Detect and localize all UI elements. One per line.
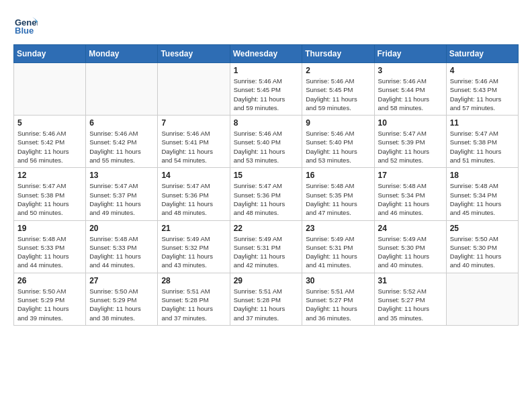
day-info: Sunrise: 5:46 AM Sunset: 5:40 PM Dayligh… bbox=[306, 129, 370, 165]
weekday-header-saturday: Saturday bbox=[446, 45, 518, 63]
day-number: 27 bbox=[89, 276, 154, 285]
calendar-cell bbox=[446, 273, 518, 325]
calendar-week-row: 5Sunrise: 5:46 AM Sunset: 5:42 PM Daylig… bbox=[14, 116, 519, 168]
day-number: 16 bbox=[306, 171, 370, 180]
calendar-cell bbox=[86, 63, 158, 116]
day-number: 25 bbox=[450, 224, 515, 233]
day-info: Sunrise: 5:46 AM Sunset: 5:41 PM Dayligh… bbox=[161, 129, 226, 165]
calendar-cell: 4Sunrise: 5:46 AM Sunset: 5:43 PM Daylig… bbox=[446, 63, 518, 116]
calendar-cell: 24Sunrise: 5:49 AM Sunset: 5:30 PM Dayli… bbox=[374, 220, 446, 273]
day-number: 18 bbox=[450, 171, 515, 180]
calendar-cell bbox=[14, 63, 86, 116]
day-info: Sunrise: 5:51 AM Sunset: 5:28 PM Dayligh… bbox=[234, 287, 299, 322]
day-info: Sunrise: 5:46 AM Sunset: 5:45 PM Dayligh… bbox=[306, 77, 370, 112]
calendar-cell: 18Sunrise: 5:48 AM Sunset: 5:34 PM Dayli… bbox=[446, 168, 518, 220]
day-number: 2 bbox=[306, 66, 370, 75]
calendar-cell: 3Sunrise: 5:46 AM Sunset: 5:44 PM Daylig… bbox=[374, 63, 446, 116]
calendar-cell: 2Sunrise: 5:46 AM Sunset: 5:45 PM Daylig… bbox=[302, 63, 374, 116]
calendar-cell: 29Sunrise: 5:51 AM Sunset: 5:28 PM Dayli… bbox=[230, 273, 302, 325]
weekday-header-monday: Monday bbox=[86, 45, 158, 63]
day-info: Sunrise: 5:47 AM Sunset: 5:36 PM Dayligh… bbox=[234, 181, 299, 217]
calendar-cell: 9Sunrise: 5:46 AM Sunset: 5:40 PM Daylig… bbox=[302, 116, 374, 168]
weekday-header-row: SundayMondayTuesdayWednesdayThursdayFrid… bbox=[14, 45, 519, 63]
day-number: 1 bbox=[234, 66, 299, 75]
weekday-header-thursday: Thursday bbox=[302, 45, 374, 63]
calendar-cell: 14Sunrise: 5:47 AM Sunset: 5:36 PM Dayli… bbox=[158, 168, 230, 220]
day-info: Sunrise: 5:47 AM Sunset: 5:38 PM Dayligh… bbox=[17, 181, 82, 217]
day-number: 5 bbox=[17, 118, 82, 128]
calendar-cell: 17Sunrise: 5:48 AM Sunset: 5:34 PM Dayli… bbox=[374, 168, 446, 220]
calendar-cell: 19Sunrise: 5:48 AM Sunset: 5:33 PM Dayli… bbox=[14, 220, 86, 273]
day-number: 26 bbox=[17, 276, 82, 285]
day-info: Sunrise: 5:47 AM Sunset: 5:39 PM Dayligh… bbox=[378, 129, 443, 165]
day-number: 31 bbox=[378, 276, 443, 285]
day-number: 30 bbox=[306, 276, 370, 285]
calendar-cell: 12Sunrise: 5:47 AM Sunset: 5:38 PM Dayli… bbox=[14, 168, 86, 220]
day-number: 15 bbox=[234, 171, 299, 180]
calendar-cell: 10Sunrise: 5:47 AM Sunset: 5:39 PM Dayli… bbox=[374, 116, 446, 168]
day-info: Sunrise: 5:46 AM Sunset: 5:44 PM Dayligh… bbox=[378, 77, 443, 112]
calendar-cell: 7Sunrise: 5:46 AM Sunset: 5:41 PM Daylig… bbox=[158, 116, 230, 168]
day-info: Sunrise: 5:46 AM Sunset: 5:42 PM Dayligh… bbox=[89, 129, 154, 165]
svg-text:Blue: Blue bbox=[15, 26, 34, 36]
logo-icon: General Blue bbox=[13, 13, 38, 38]
calendar-cell bbox=[158, 63, 230, 116]
logo: General Blue bbox=[13, 13, 40, 38]
calendar-cell: 25Sunrise: 5:50 AM Sunset: 5:30 PM Dayli… bbox=[446, 220, 518, 273]
day-number: 28 bbox=[161, 276, 226, 285]
weekday-header-friday: Friday bbox=[374, 45, 446, 63]
day-info: Sunrise: 5:47 AM Sunset: 5:37 PM Dayligh… bbox=[89, 181, 154, 217]
day-info: Sunrise: 5:46 AM Sunset: 5:40 PM Dayligh… bbox=[234, 129, 299, 165]
calendar-week-row: 1Sunrise: 5:46 AM Sunset: 5:45 PM Daylig… bbox=[14, 63, 519, 116]
calendar-cell: 20Sunrise: 5:48 AM Sunset: 5:33 PM Dayli… bbox=[86, 220, 158, 273]
day-number: 12 bbox=[17, 171, 82, 180]
day-number: 29 bbox=[234, 276, 299, 285]
day-info: Sunrise: 5:48 AM Sunset: 5:33 PM Dayligh… bbox=[17, 234, 82, 270]
day-info: Sunrise: 5:47 AM Sunset: 5:36 PM Dayligh… bbox=[161, 181, 226, 217]
day-info: Sunrise: 5:50 AM Sunset: 5:30 PM Dayligh… bbox=[450, 234, 515, 270]
calendar-cell: 11Sunrise: 5:47 AM Sunset: 5:38 PM Dayli… bbox=[446, 116, 518, 168]
calendar-table: SundayMondayTuesdayWednesdayThursdayFrid… bbox=[13, 44, 519, 326]
calendar-cell: 31Sunrise: 5:52 AM Sunset: 5:27 PM Dayli… bbox=[374, 273, 446, 325]
day-number: 21 bbox=[161, 224, 226, 233]
day-number: 14 bbox=[161, 171, 226, 180]
calendar-cell: 15Sunrise: 5:47 AM Sunset: 5:36 PM Dayli… bbox=[230, 168, 302, 220]
weekday-header-sunday: Sunday bbox=[14, 45, 86, 63]
day-info: Sunrise: 5:49 AM Sunset: 5:30 PM Dayligh… bbox=[378, 234, 443, 270]
day-number: 9 bbox=[306, 118, 370, 128]
day-number: 8 bbox=[234, 118, 299, 128]
calendar-cell: 5Sunrise: 5:46 AM Sunset: 5:42 PM Daylig… bbox=[14, 116, 86, 168]
day-number: 20 bbox=[89, 224, 154, 233]
day-number: 13 bbox=[89, 171, 154, 180]
day-info: Sunrise: 5:49 AM Sunset: 5:31 PM Dayligh… bbox=[306, 234, 370, 270]
calendar-cell: 13Sunrise: 5:47 AM Sunset: 5:37 PM Dayli… bbox=[86, 168, 158, 220]
day-number: 19 bbox=[17, 224, 82, 233]
calendar-cell: 6Sunrise: 5:46 AM Sunset: 5:42 PM Daylig… bbox=[86, 116, 158, 168]
day-number: 7 bbox=[161, 118, 226, 128]
calendar-cell: 22Sunrise: 5:49 AM Sunset: 5:31 PM Dayli… bbox=[230, 220, 302, 273]
day-number: 11 bbox=[450, 118, 515, 128]
day-info: Sunrise: 5:46 AM Sunset: 5:45 PM Dayligh… bbox=[234, 77, 299, 112]
day-info: Sunrise: 5:47 AM Sunset: 5:38 PM Dayligh… bbox=[450, 129, 515, 165]
day-number: 6 bbox=[89, 118, 154, 128]
day-number: 10 bbox=[378, 118, 443, 128]
weekday-header-wednesday: Wednesday bbox=[230, 45, 302, 63]
page-header: General Blue bbox=[13, 13, 519, 38]
day-number: 17 bbox=[378, 171, 443, 180]
calendar-cell: 8Sunrise: 5:46 AM Sunset: 5:40 PM Daylig… bbox=[230, 116, 302, 168]
day-info: Sunrise: 5:49 AM Sunset: 5:31 PM Dayligh… bbox=[234, 234, 299, 270]
day-info: Sunrise: 5:48 AM Sunset: 5:34 PM Dayligh… bbox=[378, 181, 443, 217]
calendar-week-row: 26Sunrise: 5:50 AM Sunset: 5:29 PM Dayli… bbox=[14, 273, 519, 325]
calendar-cell: 21Sunrise: 5:49 AM Sunset: 5:32 PM Dayli… bbox=[158, 220, 230, 273]
calendar-cell: 26Sunrise: 5:50 AM Sunset: 5:29 PM Dayli… bbox=[14, 273, 86, 325]
day-info: Sunrise: 5:48 AM Sunset: 5:33 PM Dayligh… bbox=[89, 234, 154, 270]
day-info: Sunrise: 5:51 AM Sunset: 5:27 PM Dayligh… bbox=[306, 287, 370, 322]
calendar-week-row: 19Sunrise: 5:48 AM Sunset: 5:33 PM Dayli… bbox=[14, 220, 519, 273]
weekday-header-tuesday: Tuesday bbox=[158, 45, 230, 63]
day-info: Sunrise: 5:48 AM Sunset: 5:34 PM Dayligh… bbox=[450, 181, 515, 217]
day-number: 23 bbox=[306, 224, 370, 233]
day-number: 3 bbox=[378, 66, 443, 75]
calendar-cell: 23Sunrise: 5:49 AM Sunset: 5:31 PM Dayli… bbox=[302, 220, 374, 273]
calendar-week-row: 12Sunrise: 5:47 AM Sunset: 5:38 PM Dayli… bbox=[14, 168, 519, 220]
day-info: Sunrise: 5:49 AM Sunset: 5:32 PM Dayligh… bbox=[161, 234, 226, 270]
